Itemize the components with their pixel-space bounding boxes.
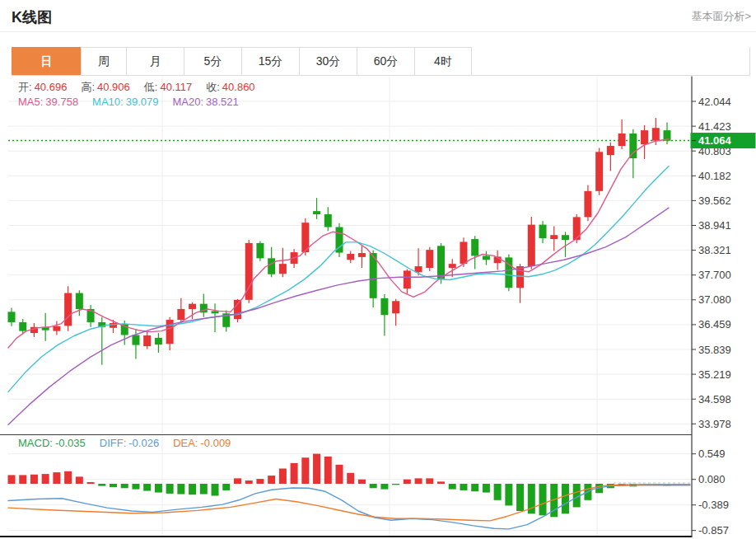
macd-histogram-bar — [234, 478, 241, 484]
macd-histogram-bar — [256, 479, 264, 484]
price-axis-label: 39.562 — [698, 195, 731, 207]
macd-histogram-bar — [347, 473, 354, 484]
ma10-line — [8, 166, 669, 392]
candle-body — [584, 191, 591, 218]
candle-body — [143, 335, 151, 346]
candle-body — [483, 255, 490, 260]
macd-histogram-bar — [437, 481, 445, 484]
candle-body — [268, 258, 275, 274]
macd-histogram-bar — [177, 484, 184, 494]
candle-body — [426, 250, 433, 268]
macd-histogram-bar — [110, 484, 117, 487]
candle-body — [449, 264, 456, 268]
readout-value: 38.521 — [206, 96, 239, 108]
candle-body — [618, 134, 626, 146]
readout-label: MA20: — [172, 96, 203, 108]
macd-histogram-bar — [324, 457, 332, 484]
readout-value: -0.035 — [55, 437, 86, 449]
macd-histogram-bar — [155, 484, 162, 493]
candle-body — [279, 264, 287, 274]
candle-body — [347, 254, 354, 260]
macd-histogram-bar — [30, 475, 38, 484]
candle-body — [471, 239, 478, 255]
macd-row-item: MACD:-0.035 — [18, 437, 88, 449]
readout-label: MA10: — [92, 96, 124, 108]
ohlc-row-item: 低:40.117 — [144, 80, 194, 95]
macd-axis-label: -0.389 — [698, 499, 729, 511]
macd-histogram-bar — [121, 484, 128, 488]
readout-label: DEA: — [173, 437, 198, 449]
price-axis-label: 40.182 — [698, 170, 731, 182]
candle-body — [177, 309, 184, 320]
macd-histogram-bar — [301, 457, 309, 484]
candle-body — [8, 312, 16, 322]
candle-body — [324, 214, 332, 227]
candle-body — [358, 253, 366, 257]
readout-value: 40.696 — [35, 81, 68, 93]
candle-body — [76, 293, 83, 309]
ohlc-readout: 开:40.696高:40.906低:40.117收:40.860 — [18, 80, 269, 95]
price-axis-label: 37.700 — [698, 269, 731, 281]
macd-histogram-bar — [380, 484, 388, 490]
candle-body — [256, 243, 264, 258]
price-axis-label: 41.423 — [698, 120, 731, 133]
price-axis-label: 34.598 — [698, 393, 731, 405]
candle-body — [53, 326, 60, 331]
ohlc-row-item: 高:40.906 — [81, 80, 132, 95]
macd-histogram-bar — [189, 484, 196, 494]
candle-body — [437, 246, 445, 279]
readout-value: 39.758 — [45, 96, 78, 108]
candle-body — [404, 270, 411, 288]
macd-histogram-bar — [76, 476, 83, 484]
macd-histogram-bar — [358, 480, 366, 484]
candle-body — [562, 235, 569, 240]
macd-histogram-bar — [222, 484, 230, 490]
macd-histogram-bar — [336, 465, 343, 484]
macd-axis-label: -0.857 — [698, 524, 729, 537]
ma-readout: MA5:39.758MA10:39.079MA20:38.521 — [18, 96, 253, 108]
macd-histogram-bar — [460, 484, 467, 490]
macd-histogram-bar — [562, 484, 569, 513]
candle-body — [155, 338, 162, 344]
readout-label: 低: — [144, 81, 158, 93]
candle-body — [392, 301, 399, 313]
readout-label: MA5: — [18, 96, 43, 108]
readout-value: 40.906 — [97, 81, 130, 93]
macd-histogram-bar — [539, 484, 547, 515]
candle-body — [110, 323, 117, 328]
candle-body — [528, 225, 535, 266]
price-axis-label: 33.978 — [698, 418, 731, 430]
macd-histogram-bar — [415, 478, 422, 484]
macd-histogram-bar — [53, 472, 60, 484]
candle-body — [313, 211, 320, 214]
candle-body — [607, 146, 614, 155]
macd-histogram-bar — [483, 484, 490, 493]
macd-histogram-bar — [471, 484, 478, 491]
macd-histogram-bar — [19, 475, 26, 484]
candle-body — [234, 300, 241, 319]
macd-histogram-bar — [98, 484, 105, 486]
diff-line — [8, 485, 690, 529]
candle-body — [415, 266, 422, 272]
macd-histogram-bar — [212, 484, 219, 496]
macd-histogram-bar — [64, 471, 72, 484]
macd-histogram-bar — [505, 484, 512, 505]
candle-body — [380, 298, 388, 315]
readout-label: 收: — [206, 81, 220, 93]
readout-value: 40.860 — [222, 81, 255, 93]
macd-histogram-bar — [404, 480, 411, 484]
ma-row-item: MA5:39.758 — [18, 96, 81, 108]
macd-histogram-bar — [449, 484, 456, 490]
macd-readout: MACD:-0.035DIFF:-0.026DEA:-0.009 — [18, 437, 245, 449]
readout-label: DIFF: — [100, 437, 127, 449]
readout-value: -0.026 — [128, 437, 159, 449]
candle-body — [132, 335, 139, 344]
price-axis-label: 35.839 — [698, 344, 731, 356]
macd-histogram-bar — [245, 480, 253, 484]
readout-label: 开: — [18, 81, 32, 93]
macd-histogram-bar — [143, 484, 151, 491]
candle-body — [19, 322, 26, 331]
price-axis-label: 38.321 — [698, 244, 731, 256]
ohlc-row-item: 收:40.860 — [206, 80, 257, 95]
macd-axis-label: 0.080 — [698, 473, 726, 485]
